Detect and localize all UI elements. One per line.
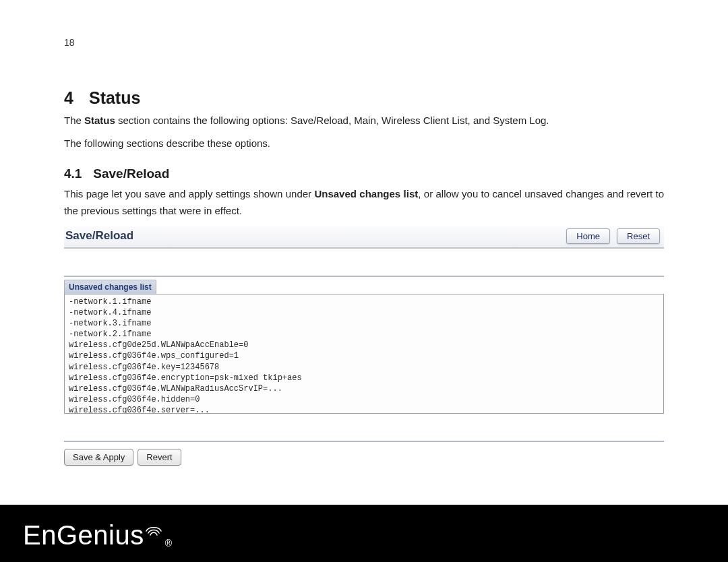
brand-logo: EnGenius ® <box>23 519 172 549</box>
intro-text-suffix: section contains the following options: … <box>115 115 549 126</box>
unsaved-changes-textbox[interactable]: -network.1.ifname -network.4.ifname -net… <box>64 294 664 414</box>
brand-text: EnGenius <box>23 522 144 549</box>
unsaved-changes-label: Unsaved changes list <box>64 280 156 294</box>
para-prefix: This page let you save and apply setting… <box>64 188 314 199</box>
save-apply-button[interactable]: Save & Apply <box>64 449 133 466</box>
page-number: 18 <box>64 37 664 48</box>
panel-header: Save/Reload Home Reset <box>64 226 664 249</box>
section-intro-2: The following sections describe these op… <box>64 135 664 152</box>
para-bold: Unsaved changes list <box>314 188 418 199</box>
subsection-paragraph: This page let you save and apply setting… <box>64 185 664 220</box>
section-heading: 4 Status <box>64 88 664 108</box>
revert-button[interactable]: Revert <box>138 449 181 466</box>
signal-wave-icon <box>144 519 163 539</box>
section-number: 4 <box>64 88 84 108</box>
panel-title: Save/Reload <box>65 229 133 243</box>
home-button[interactable]: Home <box>566 228 610 244</box>
subsection-heading: 4.1 Save/Reload <box>64 166 664 181</box>
section-intro-1: The Status section contains the followin… <box>64 112 664 129</box>
intro-bold: Status <box>84 115 115 126</box>
brand-part2: Genius <box>57 520 144 550</box>
reset-button[interactable]: Reset <box>617 228 660 244</box>
footer-brand-bar: EnGenius ® <box>0 505 728 562</box>
section-title: Status <box>89 88 140 107</box>
save-reload-panel: Save/Reload Home Reset Unsaved changes l… <box>64 226 664 466</box>
subsection-title: Save/Reload <box>93 166 169 181</box>
registered-symbol: ® <box>165 538 172 549</box>
panel-actions: Save & Apply Revert <box>64 441 664 466</box>
unsaved-changes-section: Unsaved changes list -network.1.ifname -… <box>64 276 664 414</box>
subsection-number: 4.1 <box>64 166 90 181</box>
brand-part1: En <box>23 520 57 550</box>
panel-header-buttons: Home Reset <box>566 228 660 244</box>
intro-text-prefix: The <box>64 115 84 126</box>
